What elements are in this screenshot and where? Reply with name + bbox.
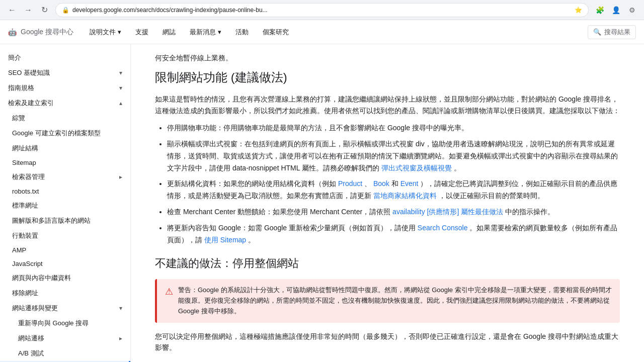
search-console-link[interactable]: Search Console [418, 224, 468, 232]
nav-case-studies[interactable]: 個案研究 [257, 25, 295, 40]
address-bar[interactable]: 🔒 developers.google.com/search/docs/craw… [55, 3, 589, 17]
sidebar-item-overview[interactable]: 綜覽 [0, 111, 130, 126]
sidebar-item-javascript[interactable]: JavaScript [0, 257, 130, 270]
chevron-up-icon: ▴ [119, 100, 122, 107]
event-link[interactable]: Event [400, 179, 419, 188]
sidebar-item-amp[interactable]: AMP [0, 243, 130, 257]
nav-news[interactable]: 最新消息 ▾ [184, 25, 227, 40]
sidebar-item-site-migration[interactable]: 網站遷移 ▸ [0, 331, 130, 346]
sidebar-item-mobile[interactable]: 行動裝置 [0, 228, 130, 243]
section1-title: 限制網站功能 (建議做法) [155, 69, 620, 85]
bookmark-icon[interactable]: ⭐ [575, 7, 582, 14]
logo-icon: 🤖 [8, 28, 17, 36]
sidebar-item-ab-test[interactable]: A/B 測試 [0, 346, 130, 361]
search-box[interactable]: 🔍 搜尋結果 [588, 25, 636, 39]
extensions-icon[interactable]: 🧩 [593, 3, 607, 17]
chevron-right-icon: ▸ [119, 173, 122, 180]
back-button[interactable]: ← [5, 3, 19, 17]
sidebar-item-remove-url[interactable]: 移除網址 [0, 286, 130, 301]
refresh-button[interactable]: ↻ [37, 3, 51, 17]
google-header: 🤖 Google 搜尋中心 說明文件 ▾ 支援 網誌 最新消息 ▾ 活動 個案研… [0, 20, 644, 44]
bullet-item-3: 更新結構化資料：如果您的網站使用結構化資料（例如 Product 、 Book … [167, 178, 620, 202]
product-link[interactable]: Product [338, 179, 362, 188]
sidebar-item-file-types[interactable]: Google 可建立索引的檔案類型 [0, 126, 130, 141]
local-business-link[interactable]: 當地商家結構化資料 [373, 192, 437, 200]
sidebar-item-redirect[interactable]: 重新導向與 Google 搜尋 [0, 316, 130, 331]
settings-icon[interactable]: ⚙ [625, 3, 639, 17]
profile-icon[interactable]: 👤 [609, 3, 623, 17]
nav-buttons: ← → ↻ [5, 3, 51, 17]
chevron-down-icon: ▾ [119, 69, 122, 76]
sidebar-item-migration[interactable]: 網站遷移與變更 ▾ [0, 301, 130, 316]
sidebar-item-crawling[interactable]: 檢索及建立索引 ▴ [0, 96, 130, 111]
sidebar-item-crawler-mgmt[interactable]: 檢索器管理 ▸ [0, 169, 130, 185]
book-link[interactable]: Book [373, 179, 389, 188]
lock-icon: 🔒 [62, 7, 69, 14]
bullet-item-1: 停用購物車功能：停用購物車功能是最簡單的方法，且不會影響網站在 Google 搜… [167, 122, 620, 134]
chevron-down-icon: ▾ [118, 28, 121, 36]
content-area: 何安全地暫停線上業務。 限制網站功能 (建議做法) 如果這是暫時性的情況，且您有… [131, 44, 644, 362]
forward-button[interactable]: → [21, 3, 35, 17]
address-text: developers.google.com/search/docs/crawli… [72, 7, 572, 14]
sidebar-item-url-structure[interactable]: 網址結構 [0, 141, 130, 156]
toolbar-icons: 🧩 👤 ⚙ [593, 3, 639, 17]
nav-blog[interactable]: 網誌 [156, 25, 182, 40]
logo-text: Google 搜尋中心 [21, 28, 73, 37]
bullet-item-2: 顯示橫幅或彈出式視窗：在包括到達網頁的所有頁面上，顯示橫幅或彈出式視窗 div，… [167, 138, 620, 174]
browser-chrome: ← → ↻ 🔒 developers.google.com/search/doc… [0, 0, 644, 20]
sidebar-item-sitemap[interactable]: Sitemap [0, 156, 130, 169]
nav-events[interactable]: 活動 [229, 25, 255, 40]
chevron-down-icon: ▾ [119, 305, 122, 312]
section1-para: 如果這是暫時性的情況，且您有再次營運線上業務的打算，建議您繼續讓網站保持上線狀態… [155, 94, 620, 116]
chevron-down-icon: ▾ [119, 84, 122, 92]
bullet-list: 停用購物車功能：停用購物車功能是最簡單的方法，且不會影響網站在 Google 搜… [167, 122, 620, 246]
sidebar-item-canonical[interactable]: 標準網址 [0, 198, 130, 213]
sitemap-link[interactable]: 使用 Sitemap [204, 236, 246, 244]
chevron-down-icon: ▾ [218, 28, 221, 36]
sidebar-item-multilang[interactable]: 圖解版和多語言版本的網站 [0, 213, 130, 228]
header-nav: 說明文件 ▾ 支援 網誌 最新消息 ▾ 活動 個案研究 [84, 25, 588, 40]
chevron-right-icon: ▸ [119, 335, 122, 342]
bullet-item-5: 將更新內容告知 Google：如需 Google 重新檢索少量網頁（例如首頁），… [167, 222, 620, 246]
warning-icon: ⚠ [165, 286, 173, 316]
search-icon: 🔍 [593, 28, 601, 36]
nav-support[interactable]: 支援 [129, 25, 154, 40]
sidebar-item-seo[interactable]: SEO 基礎知識 ▾ [0, 65, 130, 80]
section2-title: 不建議的做法：停用整個網站 [155, 256, 620, 271]
google-logo[interactable]: 🤖 Google 搜尋中心 [8, 28, 73, 37]
availability-link[interactable]: availability [供應情形] 屬性最佳做法 [392, 208, 503, 216]
popup-banner-link[interactable]: 彈出式視窗及橫幅視覺 [381, 164, 452, 172]
search-placeholder: 搜尋結果 [604, 28, 630, 37]
header-search: 🔍 搜尋結果 [588, 25, 636, 39]
sidebar-item-meta[interactable]: 網頁與內容中繼資料 [0, 270, 130, 286]
section2-para: 您可以決定停用整個網站，這種極端措施應該僅使用非常短的時間（最多幾天），否則即使… [155, 331, 620, 353]
intro-para: 何安全地暫停線上業務。 [155, 52, 620, 63]
sidebar-item-robots[interactable]: robots.txt [0, 185, 130, 198]
nav-docs[interactable]: 說明文件 ▾ [84, 25, 127, 40]
main-layout: 簡介 SEO 基礎知識 ▾ 指南規格 ▾ 檢索及建立索引 ▴ 綜覽 Google… [0, 44, 644, 362]
sidebar-item-guidelines[interactable]: 指南規格 ▾ [0, 80, 130, 96]
sidebar-item-intro[interactable]: 簡介 [0, 50, 130, 65]
warning-box: ⚠ 警告：Google 的系統設計十分強大，可協助網站從暫時性問題中復原。然而，… [155, 279, 620, 322]
sidebar: 簡介 SEO 基礎知識 ▾ 指南規格 ▾ 檢索及建立索引 ▴ 綜覽 Google… [0, 44, 131, 362]
bullet-item-4: 檢查 Merchant Center 動態饋給：如果您使用 Merchant C… [167, 206, 620, 218]
warning-text: 警告：Google 的系統設計十分強大，可協助網站從暫時性問題中復原。然而，將網… [178, 285, 612, 316]
